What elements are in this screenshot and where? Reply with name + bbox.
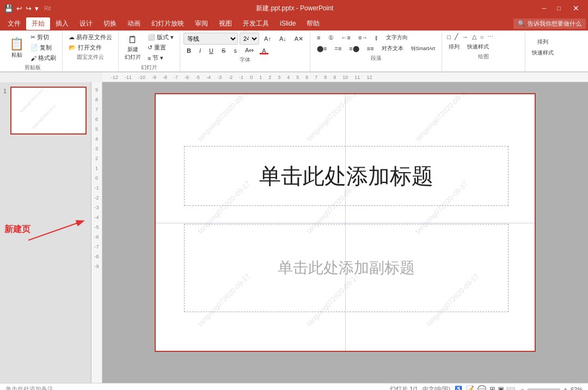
quick-styles-button[interactable]: 快速样式 — [464, 42, 492, 52]
search-bar[interactable]: 🔍 告诉我你想要做什么 — [513, 19, 586, 29]
annotation-arrow — [28, 218, 91, 246]
fontcolor-button[interactable]: A — [259, 46, 269, 55]
subtitle-placeholder[interactable]: 单击此处添加副标题 — [184, 224, 509, 312]
quickstyle2-button[interactable]: 快速样式 — [529, 48, 557, 58]
title-placeholder[interactable]: 单击此处添加标题 — [184, 146, 509, 206]
menu-slideshow[interactable]: 幻灯片放映 — [146, 17, 189, 30]
menu-view[interactable]: 视图 — [213, 17, 237, 30]
accessibility-icon[interactable]: ♿ — [455, 386, 462, 390]
watermark-1: tangxing072020-09-17 — [196, 93, 252, 143]
increase-font-button[interactable]: A↑ — [261, 34, 274, 43]
zoom-slider[interactable] — [528, 388, 560, 391]
reset-button[interactable]: ↺重置 — [145, 43, 176, 52]
menu-islide[interactable]: iSlide — [274, 18, 301, 29]
menu-bar: 文件 开始 插入 设计 切换 动画 幻灯片放映 审阅 视图 开发工具 iSlid… — [0, 16, 588, 31]
title-text: 单击此处添加标题 — [259, 161, 433, 191]
comments-icon[interactable]: 💬 — [477, 385, 486, 390]
language-indicator: 中文(中国) — [422, 385, 450, 390]
shape-more[interactable]: ⋯ — [486, 33, 495, 41]
vertical-ruler: 9 8 7 6 5 4 3 2 1 0 -1 -2 -3 -4 -5 -6 -7… — [91, 82, 102, 383]
decrease-font-button[interactable]: A↓ — [276, 34, 290, 43]
slide-panel: 1 tangxing072020-09-17 tangxing072020-09… — [0, 82, 91, 383]
view-normal[interactable]: ⊞ — [489, 385, 495, 390]
menu-insert[interactable]: 插入 — [50, 17, 74, 30]
bold-button[interactable]: B — [183, 46, 194, 55]
align-text-button[interactable]: 对齐文本 — [378, 44, 407, 53]
menu-home[interactable]: 开始 — [26, 17, 50, 30]
zoom-out[interactable]: － — [519, 385, 525, 390]
open-cloud-button[interactable]: 📂打开文件 — [66, 43, 105, 52]
view-slide[interactable]: ▣ — [498, 385, 504, 390]
slides-group: 🗒 新建 幻灯片 ⬜版式 ▾ ↺重置 ≡节 ▾ 幻灯片 — [119, 33, 180, 71]
shape-line[interactable]: ╱ — [453, 33, 460, 41]
section-button[interactable]: ≡节 ▾ — [145, 53, 176, 63]
smartart-button[interactable]: 转SmartArt — [408, 44, 439, 53]
view-reading[interactable]: 📖 — [506, 385, 515, 390]
shape-triangle[interactable]: △ — [470, 33, 478, 41]
align-left-button[interactable]: ⬤≡ — [314, 44, 330, 53]
undo-icon[interactable]: ↩ — [16, 4, 22, 13]
numbering-button[interactable]: ① — [325, 33, 337, 42]
font-size-select[interactable]: 24 — [240, 33, 259, 45]
canvas-area[interactable]: tangxing072020-09-17 tangxing072020-09-1… — [102, 82, 588, 383]
slide-canvas[interactable]: tangxing072020-09-17 tangxing072020-09-1… — [155, 93, 536, 352]
redo-icon[interactable]: ↪ — [26, 4, 32, 13]
menu-transitions[interactable]: 切换 — [98, 17, 122, 30]
close-button[interactable]: ✕ — [568, 3, 584, 14]
notes-placeholder[interactable]: 单击此处添加备注 — [5, 385, 53, 390]
cut-button[interactable]: ✂剪切 — [28, 33, 59, 42]
new-slide-button[interactable]: 🗒 新建 幻灯片 — [122, 33, 144, 63]
slide-number: 1 — [3, 88, 7, 94]
font-family-select[interactable]: 等线 — [183, 33, 238, 45]
text-direction-button[interactable]: 文字方向 — [383, 33, 411, 42]
increase-indent-button[interactable]: ≡→ — [355, 33, 371, 42]
shape-rect[interactable]: □ — [445, 33, 452, 41]
paste-button[interactable]: 📋 粘贴 — [7, 33, 27, 63]
spacing-button[interactable]: A⇔ — [242, 46, 257, 55]
shape-oval[interactable]: ○ — [479, 33, 486, 41]
arrange-button[interactable]: 排列 — [445, 42, 463, 52]
annotation-label: 新建页 — [4, 224, 30, 235]
format-painter-button[interactable]: 🖌格式刷 — [28, 53, 59, 63]
search-placeholder: 告诉我你想要做什么 — [528, 20, 581, 28]
clear-format-button[interactable]: A✕ — [291, 34, 307, 44]
justify-button[interactable]: ≡≡ — [364, 44, 377, 53]
notes-icon[interactable]: 📝 — [465, 385, 474, 390]
menu-animations[interactable]: 动画 — [122, 17, 146, 30]
slide-counter: 幻灯片 1/1 — [390, 385, 418, 390]
rit-label: Rit — [44, 5, 51, 11]
menu-help[interactable]: 帮助 — [301, 17, 325, 30]
align-center-button[interactable]: =≡ — [332, 44, 345, 53]
shadow-button[interactable]: s — [230, 46, 240, 55]
menu-developer[interactable]: 开发工具 — [237, 17, 274, 30]
menu-review[interactable]: 审阅 — [189, 17, 213, 30]
strikethrough-button[interactable]: S — [218, 46, 229, 55]
maximize-button[interactable]: □ — [554, 4, 564, 13]
window-title: 新建.ppt.pptx - PowerPoint — [51, 4, 538, 13]
zoom-in[interactable]: ＋ — [562, 385, 568, 390]
underline-button[interactable]: U — [206, 46, 217, 55]
slide-thumbnail[interactable]: tangxing072020-09-17 tangxing072020-09-1… — [10, 87, 87, 135]
quickstyle-group: 排列 快速样式 — [525, 33, 560, 71]
save-icon[interactable]: 💾 — [4, 4, 13, 13]
italic-button[interactable]: I — [196, 46, 204, 55]
arrange2-button[interactable]: 排列 — [534, 37, 552, 47]
search-icon: 🔍 — [518, 20, 525, 27]
menu-design[interactable]: 设计 — [74, 17, 98, 30]
clipboard-group: 📋 粘贴 ✂剪切 📄复制 🖌格式刷 剪贴板 — [3, 33, 63, 71]
shape-arrow[interactable]: → — [461, 33, 470, 41]
paragraph-label: 段落 — [371, 54, 382, 62]
columns-button[interactable]: ⫿ — [372, 33, 382, 42]
bullets-button[interactable]: ≡ — [314, 33, 323, 42]
guide-vertical — [345, 94, 346, 351]
decrease-indent-button[interactable]: ←≡ — [338, 33, 354, 42]
menu-file[interactable]: 文件 — [2, 17, 26, 30]
slides-label: 幻灯片 — [141, 64, 157, 71]
layout-button[interactable]: ⬜版式 ▾ — [145, 33, 176, 42]
customize-icon[interactable]: ▾ — [35, 4, 39, 13]
copy-button[interactable]: 📄复制 — [28, 43, 59, 52]
save-cloud-button[interactable]: ☁易存至文件云 — [66, 33, 115, 42]
align-right-button[interactable]: ≡⬤ — [346, 44, 362, 53]
quick-access-toolbar: 💾 ↩ ↪ ▾ Rit — [4, 4, 51, 13]
minimize-button[interactable]: ─ — [539, 4, 550, 13]
